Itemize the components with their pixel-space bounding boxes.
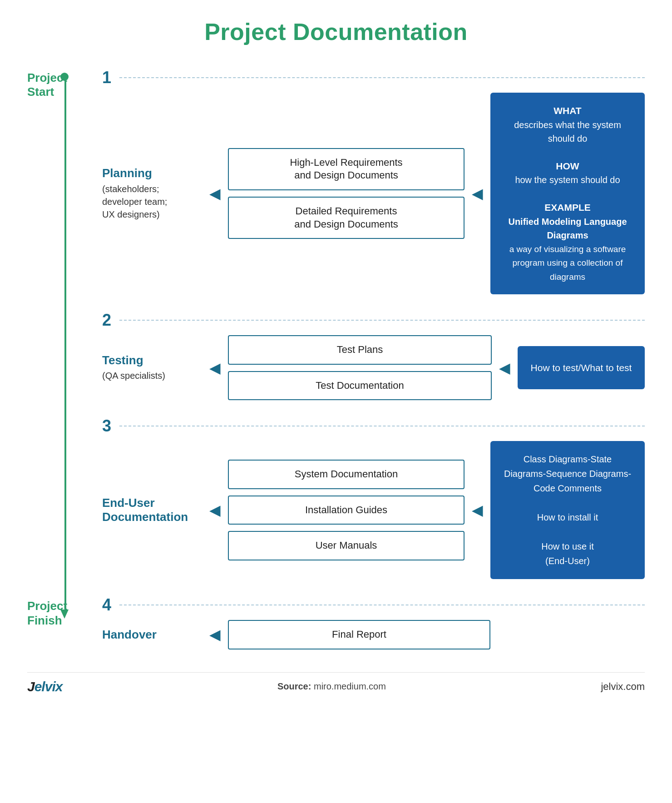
doc-box-install: Installation Guides [228, 496, 464, 525]
timeline-dot-start [60, 73, 69, 81]
stage-3-header: 3 [102, 416, 645, 441]
page-title: Project Documentation [27, 18, 645, 45]
stage-1-phase-sub: (stakeholders;developer team;UX designer… [102, 183, 202, 221]
timeline-line [64, 75, 66, 611]
stage-4-section: 4 Handover ◀ Final Report [102, 595, 645, 659]
info1-how-text: how the system should do [515, 175, 620, 185]
stage-2-body: Testing (QA specialists) ◀ Test Plans Te… [102, 335, 645, 416]
doc-box-high-level: High-Level Requirementsand Design Docume… [228, 148, 464, 190]
project-finish-label: Project Finish [27, 599, 64, 627]
stage-2-phase-label: Testing (QA specialists) [102, 353, 202, 382]
stage-3-dashed-line [119, 426, 645, 426]
doc-box-user-manuals: User Manuals [228, 531, 464, 560]
stages-col: 1 Planning (stakeholders;developer team;… [102, 68, 645, 659]
stage-1-body: Planning (stakeholders;developer team;UX… [102, 93, 645, 311]
footer-logo: Jelvix [27, 679, 62, 694]
stage-1-header: 1 [102, 68, 645, 93]
footer: Jelvix Source: miro.medium.com jelvix.co… [27, 672, 645, 694]
stage-3-phase-title: End-UserDocumentation [102, 496, 202, 524]
timeline-col: Project Start Project Finish [27, 68, 102, 659]
stage-4-number: 4 [102, 595, 111, 615]
doc-box-test-plans: Test Plans [228, 335, 492, 365]
stage-2-header: 2 [102, 311, 645, 335]
info1-uml-text: a way of visualizing a software program … [509, 244, 626, 282]
footer-source: Source: miro.medium.com [277, 681, 386, 692]
info1-uml-label: Unified Modeling Language Diagrams [508, 217, 627, 240]
stage-1-doc-boxes: High-Level Requirementsand Design Docume… [228, 148, 464, 239]
stage-4-doc-boxes: Final Report [228, 620, 490, 649]
stage-3-arrow-left: ◀ [209, 501, 221, 519]
stage-4-phase-title: Handover [102, 628, 202, 642]
doc-box-test-doc: Test Documentation [228, 371, 492, 401]
info2-text: How to test/What to test [531, 361, 632, 375]
doc-box-system-doc: System Documentation [228, 460, 464, 489]
project-start-label: Project Start [27, 71, 58, 99]
stage-1-dashed-line [119, 77, 645, 78]
info1-example-label: EXAMPLE [544, 202, 591, 213]
footer-source-label: Source: [277, 681, 311, 691]
stage-2-phase-title: Testing [102, 353, 202, 367]
footer-source-value: miro.medium.com [314, 681, 386, 691]
stage-1-number: 1 [102, 68, 111, 87]
stage-2-arrow-right: ◀ [499, 359, 510, 377]
stage-1-phase-label: Planning (stakeholders;developer team;UX… [102, 166, 202, 220]
stage-1-phase-title: Planning [102, 166, 202, 180]
stage-1-arrow-right: ◀ [472, 185, 483, 202]
stage-3-number: 3 [102, 416, 111, 436]
stage-2-doc-boxes: Test Plans Test Documentation [228, 335, 492, 400]
stage-3-section: 3 End-UserDocumentation ◀ System Documen… [102, 416, 645, 595]
info1-what-label: WHAT [553, 105, 581, 116]
stage-1-info-box: WHAT describes what the system should do… [490, 93, 645, 294]
title-part2: Documentation [293, 19, 468, 45]
stage-3-arrow-right: ◀ [472, 501, 483, 519]
stage-3-phase-label: End-UserDocumentation [102, 496, 202, 524]
title-part1: Project [204, 19, 293, 45]
info3-diagrams: Class Diagrams-State Diagrams-Sequence D… [504, 454, 631, 493]
stage-4-phase-label: Handover [102, 628, 202, 642]
stage-1-section: 1 Planning (stakeholders;developer team;… [102, 68, 645, 311]
stage-4-header: 4 [102, 595, 645, 620]
info3-use: How to use it(End-User) [541, 541, 594, 566]
stage-4-body: Handover ◀ Final Report [102, 620, 645, 659]
info3-install: How to install it [537, 512, 598, 522]
stage-3-doc-boxes: System Documentation Installation Guides… [228, 460, 464, 560]
stage-2-number: 2 [102, 311, 111, 330]
page-container: Project Documentation Project Start Proj… [0, 0, 672, 803]
timeline-arrow-down [60, 610, 69, 619]
stage-3-info-box: Class Diagrams-State Diagrams-Sequence D… [490, 441, 645, 579]
stage-2-arrow-left: ◀ [209, 359, 221, 377]
stage-1-arrow-left: ◀ [209, 185, 221, 202]
stage-2-info-box: How to test/What to test [518, 346, 645, 390]
info1-what-text: describes what the system should do [514, 120, 621, 144]
stage-3-body: End-UserDocumentation ◀ System Documenta… [102, 441, 645, 595]
doc-box-final-report: Final Report [228, 620, 490, 649]
info1-how-label: HOW [556, 161, 579, 171]
stage-2-phase-sub: (QA specialists) [102, 369, 202, 382]
doc-box-detailed: Detailed Requirementsand Design Document… [228, 197, 464, 239]
footer-url: jelvix.com [601, 681, 645, 693]
stage-4-dashed-line [119, 605, 645, 605]
stage-4-arrow-left: ◀ [209, 626, 221, 643]
stage-2-dashed-line [119, 320, 645, 321]
stage-2-section: 2 Testing (QA specialists) ◀ Test Plans … [102, 311, 645, 416]
